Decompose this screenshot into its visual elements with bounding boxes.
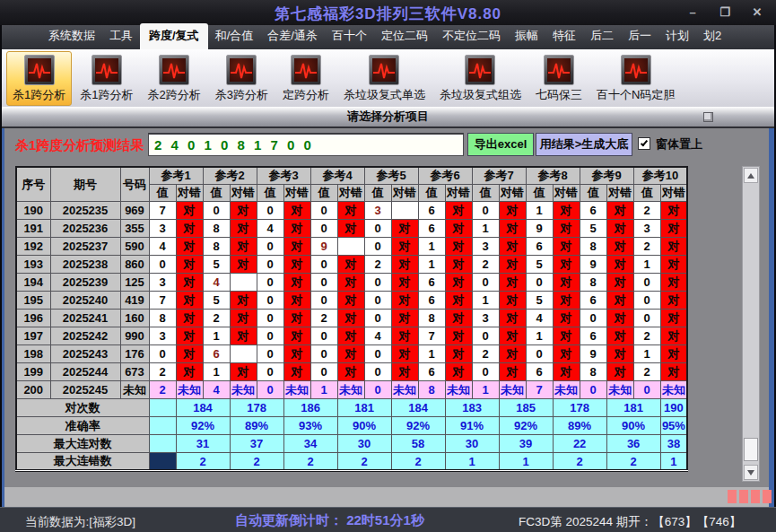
cell-value[interactable]: 6 — [580, 327, 606, 345]
cell-status-correct[interactable]: 对 — [606, 292, 633, 310]
scroll-down-button[interactable] — [744, 465, 758, 480]
cell-value[interactable]: 4 — [203, 274, 230, 292]
cell-status-unknown[interactable]: 未知 — [499, 381, 526, 399]
cell-status-correct[interactable]: 对 — [445, 274, 472, 292]
cell-issue[interactable]: 2025244 — [50, 363, 120, 381]
cell-value[interactable]: 6 — [580, 202, 606, 220]
cell-value[interactable]: 4 — [364, 327, 391, 345]
cell-value[interactable]: 5 — [526, 292, 553, 310]
summary-value[interactable]: 2 — [230, 453, 283, 471]
cell-value[interactable]: 0 — [257, 274, 283, 292]
tool-item-七码保三[interactable]: 七码保三 — [529, 51, 589, 106]
cell-number[interactable]: 673 — [120, 363, 149, 381]
cell-value[interactable]: 9 — [310, 238, 337, 256]
summary-gap-cell[interactable] — [149, 435, 176, 453]
summary-gap-cell[interactable] — [149, 417, 176, 435]
summary-value[interactable]: 93% — [283, 417, 337, 435]
cell-status-correct[interactable]: 对 — [337, 274, 364, 292]
tool-item-杀2跨分析[interactable]: 杀2跨分析 — [141, 51, 206, 106]
cell-value[interactable]: 8 — [418, 310, 445, 327]
cell-value[interactable]: 7 — [418, 327, 445, 345]
cell-status-correct[interactable]: 对 — [283, 238, 310, 256]
cell-value[interactable]: 0 — [257, 363, 283, 381]
cell-seq[interactable]: 194 — [16, 274, 50, 292]
cell-status-wrong[interactable] — [337, 238, 364, 256]
panel-toggle-icon[interactable] — [703, 112, 713, 122]
cell-status-correct[interactable]: 对 — [553, 238, 580, 256]
cell-value[interactable]: 0 — [526, 345, 553, 363]
cell-value[interactable]: 1 — [633, 345, 660, 363]
cell-status-correct[interactable]: 对 — [445, 220, 472, 238]
cell-value[interactable]: 8 — [203, 238, 230, 256]
cell-value[interactable]: 1 — [418, 256, 445, 274]
cell-status-correct[interactable]: 对 — [337, 202, 364, 220]
summary-value[interactable]: 190 — [660, 399, 687, 417]
cell-status-correct[interactable]: 对 — [391, 238, 418, 256]
cell-status-correct[interactable]: 对 — [283, 292, 310, 310]
cell-number[interactable]: 未知 — [120, 381, 149, 399]
cell-status-correct[interactable]: 对 — [283, 327, 310, 345]
cell-status-correct[interactable]: 对 — [660, 345, 687, 363]
summary-value[interactable]: 89% — [553, 417, 606, 435]
cell-value[interactable]: 1 — [310, 381, 337, 399]
menu-item-后一[interactable]: 后一 — [621, 23, 658, 49]
cell-status-correct[interactable]: 对 — [230, 363, 257, 381]
menu-item-后二[interactable]: 后二 — [583, 23, 621, 49]
cell-value[interactable]: 0 — [310, 220, 337, 238]
cell-status-correct[interactable]: 对 — [176, 202, 203, 220]
cell-status-correct[interactable]: 对 — [553, 256, 580, 274]
cell-status-correct[interactable]: 对 — [499, 220, 526, 238]
menu-item-工具[interactable]: 工具 — [102, 23, 140, 49]
minimize-button[interactable]: – — [681, 2, 704, 22]
cell-value[interactable]: 0 — [364, 220, 391, 238]
summary-value[interactable]: 92% — [499, 417, 553, 435]
cell-value[interactable]: 3 — [149, 220, 176, 238]
cell-status-correct[interactable]: 对 — [176, 345, 203, 363]
cell-value[interactable]: 0 — [472, 327, 499, 345]
cell-status-correct[interactable]: 对 — [337, 220, 364, 238]
cell-value[interactable]: 6 — [418, 363, 445, 381]
summary-value[interactable]: 91% — [445, 417, 499, 435]
cell-status-correct[interactable]: 对 — [176, 274, 203, 292]
cell-status-correct[interactable]: 对 — [391, 363, 418, 381]
summary-value[interactable]: 178 — [553, 399, 606, 417]
cell-value[interactable]: 6 — [418, 292, 445, 310]
tool-item-杀1跨分析[interactable]: 杀1跨分析 — [6, 51, 72, 106]
summary-value[interactable]: 30 — [337, 435, 391, 453]
cell-status-unknown[interactable]: 未知 — [230, 381, 257, 399]
cell-issue[interactable]: 2025237 — [50, 238, 120, 256]
cell-number[interactable]: 125 — [120, 274, 149, 292]
cell-status-correct[interactable]: 对 — [553, 202, 580, 220]
cell-status-correct[interactable]: 对 — [283, 202, 310, 220]
cell-status-correct[interactable]: 对 — [391, 310, 418, 327]
cell-status-unknown[interactable]: 未知 — [660, 381, 687, 399]
cell-value[interactable]: 2 — [472, 256, 499, 274]
cell-status-unknown[interactable]: 未知 — [283, 381, 310, 399]
cell-value[interactable]: 0 — [257, 345, 283, 363]
cell-status-correct[interactable]: 对 — [499, 274, 526, 292]
cell-status-wrong[interactable] — [391, 202, 418, 220]
cell-status-correct[interactable]: 对 — [337, 327, 364, 345]
summary-value[interactable]: 37 — [230, 435, 283, 453]
cell-status-correct[interactable]: 对 — [230, 220, 257, 238]
summary-value[interactable]: 95% — [660, 417, 687, 435]
cell-value[interactable]: 1 — [526, 202, 553, 220]
cell-value[interactable]: 2 — [633, 327, 660, 345]
cell-value[interactable]: 0 — [580, 381, 606, 399]
cell-value[interactable]: 0 — [472, 202, 499, 220]
summary-value[interactable]: 90% — [606, 417, 660, 435]
cell-number[interactable]: 355 — [120, 220, 149, 238]
cell-number[interactable]: 419 — [120, 292, 149, 310]
cell-value[interactable]: 1 — [418, 238, 445, 256]
summary-value[interactable]: 2 — [606, 453, 660, 471]
cell-status-correct[interactable]: 对 — [283, 256, 310, 274]
cell-status-correct[interactable]: 对 — [176, 292, 203, 310]
summary-value[interactable]: 38 — [660, 435, 687, 453]
summary-value[interactable]: 185 — [499, 399, 553, 417]
cell-status-correct[interactable]: 对 — [230, 292, 257, 310]
cell-value[interactable]: 1 — [472, 220, 499, 238]
summary-value[interactable]: 1 — [499, 453, 553, 471]
cell-value[interactable]: 0 — [364, 238, 391, 256]
summary-value[interactable]: 178 — [230, 399, 283, 417]
menu-item-和/合值[interactable]: 和/合值 — [208, 23, 261, 49]
